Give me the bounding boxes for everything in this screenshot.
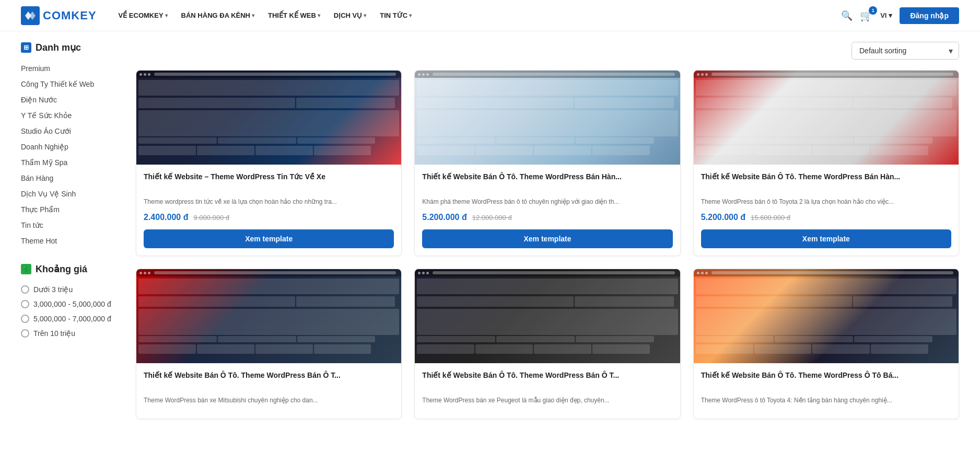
sidebar-category-item[interactable]: Thực Phẩm [21,202,125,217]
price-original: 12.000.000 đ [472,214,512,222]
price-current: 5.200.000 đ [422,213,466,222]
product-title: Thiết kế Website – Theme WordPress Tin T… [144,172,394,193]
sidebar: Danh mục PremiumCông Ty Thiết kế WebĐiện… [21,42,136,419]
chevron-down-icon: ▾ [165,13,168,18]
sidebar-category-item[interactable]: Doanh Nghiệp [21,139,125,155]
sidebar-category-item[interactable]: Thẩm Mỹ Spa [21,155,125,170]
product-price: 2.400.000 đ 9.000.000 đ [144,213,394,222]
product-description: Theme WordPress bán xe Peugeot là mẫu gi… [422,396,672,405]
product-card: Thiết kế Website Bán Ô Tô. Theme WordPre… [136,269,402,419]
product-body: Thiết kế Website Bán Ô Tô. Theme WordPre… [694,363,959,419]
price-icon [21,264,31,274]
product-title: Thiết kế Website Bán Ô Tô. Theme WordPre… [422,370,672,391]
product-card: Thiết kế Website Bán Ô Tô. Theme WordPre… [693,269,959,419]
login-button[interactable]: Đăng nhập [900,7,959,24]
chevron-down-icon: ▾ [252,13,254,18]
sort-select[interactable]: Default sortingSort by price: low to hig… [851,42,959,60]
price-option[interactable]: 3,000,000 - 5,000,000 đ [21,297,125,311]
product-title: Thiết kế Website Bán Ô Tô. Theme WordPre… [701,172,951,193]
product-image [694,269,959,363]
chevron-down-icon: ▾ [889,11,892,19]
nav-about[interactable]: VỀ ECOMKEY ▾ [113,8,173,22]
radio-icon [21,329,29,338]
radio-icon [21,315,29,323]
product-image [694,71,959,165]
product-title: Thiết kế Website Bán Ô Tô. Theme WordPre… [422,172,672,193]
product-image [415,269,680,363]
price-list: Dưới 3 triệu3,000,000 - 5,000,000 đ5,000… [21,282,125,341]
product-title: Thiết kế Website Bán Ô Tô. Theme WordPre… [701,370,951,391]
product-card: Thiết kế Website Bán Ô Tô. Theme WordPre… [414,269,680,419]
view-template-button[interactable]: Xem template [422,229,672,248]
price-section: Khoảng giá Dưới 3 triệu3,000,000 - 5,000… [21,263,125,341]
price-title: Khoảng giá [21,263,125,275]
chevron-down-icon: ▾ [409,13,412,18]
price-original: 9.000.000 đ [193,214,229,222]
chevron-down-icon: ▾ [364,13,366,18]
product-body: Thiết kế Website Bán Ô Tô. Theme WordPre… [694,165,959,256]
radio-icon [21,285,29,294]
sidebar-category-item[interactable]: Công Ty Thiết kế Web [21,76,125,92]
nav-news[interactable]: TIN TỨC ▾ [375,8,417,22]
product-description: Theme WordPress bán ô tô Toyota 2 là lựa… [701,197,951,206]
view-template-button[interactable]: Xem template [144,229,394,248]
categories-icon [21,42,31,53]
nav-multichannel[interactable]: BÁN HÀNG ĐA KÊNH ▾ [176,8,260,22]
sidebar-category-item[interactable]: Dịch Vụ Vệ Sinh [21,186,125,202]
product-price: 5.200.000 đ 12.000.000 đ [422,213,672,222]
product-card: Thiết kế Website Bán Ô Tô. Theme WordPre… [693,70,959,256]
product-body: Thiết kế Website Bán Ô Tô. Theme WordPre… [136,363,401,419]
product-title: Thiết kế Website Bán Ô Tô. Theme WordPre… [144,370,394,391]
sidebar-category-item[interactable]: Theme Hot [21,233,125,249]
price-option[interactable]: Dưới 3 triệu [21,282,125,297]
logo-text: COMKEY [43,9,97,22]
sidebar-category-item[interactable]: Tin tức [21,217,125,233]
cart-badge: 1 [869,6,877,15]
product-card: Thiết kế Website Bán Ô Tô. Theme WordPre… [414,70,680,256]
product-image [415,71,680,165]
categories-section: Danh mục PremiumCông Ty Thiết kế WebĐiện… [21,42,125,249]
chevron-down-icon: ▾ [318,13,320,18]
product-description: Khám phá theme WordPress bán ô tô chuyên… [422,197,672,206]
product-body: Thiết kế Website Bán Ô Tô. Theme WordPre… [415,165,680,256]
price-original: 15.600.000 đ [751,214,790,222]
sidebar-category-item[interactable]: Premium [21,61,125,76]
product-description: Theme WordPress bán xe Mitsubishi chuyên… [144,396,394,405]
content-header: Default sortingSort by price: low to hig… [136,42,959,60]
product-description: Theme wordpress tin tức về xe là lựa chọ… [144,197,394,206]
language-selector[interactable]: VI ▾ [880,11,892,19]
price-option[interactable]: 5,000,000 - 7,000,000 đ [21,311,125,326]
sort-wrapper: Default sortingSort by price: low to hig… [851,42,959,60]
product-price: 5.200.000 đ 15.600.000 đ [701,213,951,222]
header-actions: 🔍 🛒 1 VI ▾ Đăng nhập [841,7,959,24]
price-current: 5.200.000 đ [701,213,745,222]
logo[interactable]: COMKEY [21,6,97,25]
sidebar-category-item[interactable]: Y Tế Sức Khỏe [21,108,125,123]
nav-webdesign[interactable]: THIẾT KẾ WEB ▾ [263,8,325,22]
search-icon[interactable]: 🔍 [841,10,853,21]
sidebar-category-item[interactable]: Điện Nước [21,92,125,108]
nav-services[interactable]: DỊCH VỤ ▾ [329,8,371,22]
price-current: 2.400.000 đ [144,213,188,222]
product-grid: Thiết kế Website – Theme WordPress Tin T… [136,70,959,419]
product-card: Thiết kế Website – Theme WordPress Tin T… [136,70,402,256]
product-image [136,71,401,165]
sidebar-category-item[interactable]: Bán Hàng [21,170,125,186]
categories-list: PremiumCông Ty Thiết kế WebĐiện NướcY Tế… [21,61,125,249]
product-body: Thiết kế Website – Theme WordPress Tin T… [136,165,401,256]
view-template-button[interactable]: Xem template [701,229,951,248]
product-image [136,269,401,363]
radio-icon [21,300,29,308]
price-option[interactable]: Trên 10 triệu [21,326,125,341]
product-description: Theme WordPress ô tô Toyota 4: Nền tảng … [701,396,951,405]
main-nav: VỀ ECOMKEY ▾ BÁN HÀNG ĐA KÊNH ▾ THIẾT KẾ… [113,8,842,22]
product-body: Thiết kế Website Bán Ô Tô. Theme WordPre… [415,363,680,419]
cart-button[interactable]: 🛒 1 [860,9,873,22]
header: COMKEY VỀ ECOMKEY ▾ BÁN HÀNG ĐA KÊNH ▾ T… [0,0,980,31]
categories-title: Danh mục [21,42,125,53]
sidebar-category-item[interactable]: Studio Áo Cưới [21,123,125,139]
content-area: Default sortingSort by price: low to hig… [136,42,959,419]
main-container: Danh mục PremiumCông Ty Thiết kế WebĐiện… [0,31,980,430]
